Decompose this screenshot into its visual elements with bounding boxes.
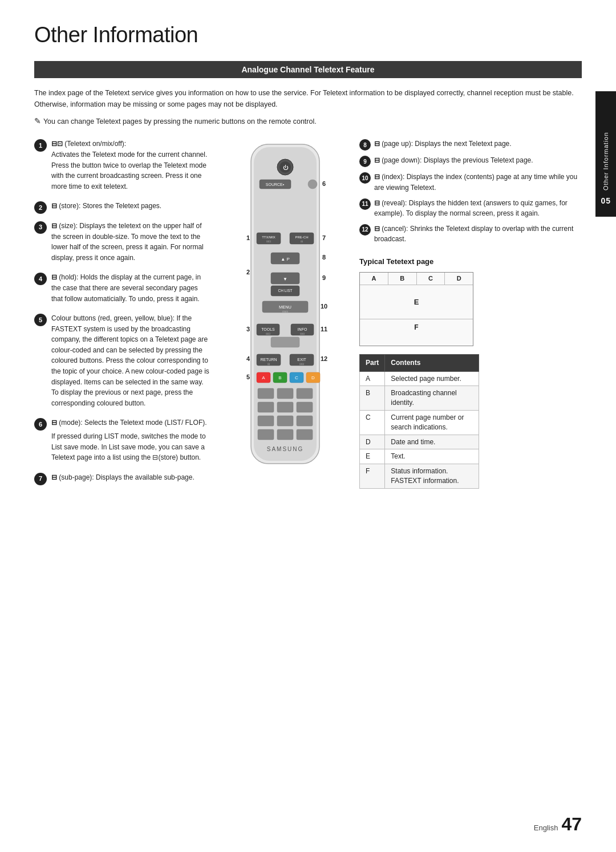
right-item-content-11: ⊟ (reveal): Displays the hidden text (an… xyxy=(374,198,582,219)
teletext-cell-b: B xyxy=(388,273,417,285)
right-item-content-10: ⊟ (index): Displays the index (contents)… xyxy=(374,172,582,193)
right-item-content-8: ⊟ (page up): Displays the next Teletext … xyxy=(374,139,512,149)
svg-text:⊟⊟: ⊟⊟ xyxy=(299,362,304,366)
remote-control-svg: ⏻ SOURCE▪ TTX/MIX ⊟⊡ PRE-CH ⊟ xyxy=(228,139,342,469)
svg-text:⊟⊟: ⊟⊟ xyxy=(300,332,305,335)
svg-text:⊟⊡: ⊟⊡ xyxy=(266,332,270,335)
item-content-3: ⊟ (size): Displays the teletext on the u… xyxy=(51,221,211,266)
teletext-cell-d: D xyxy=(445,273,473,285)
table-row: A Selected page number. xyxy=(360,371,479,386)
svg-rect-54 xyxy=(277,429,293,440)
list-item: 7 ⊟ (sub-page): Displays the available s… xyxy=(34,472,211,486)
side-tab: 05 Other Information xyxy=(595,91,616,217)
right-item-content-12: ⊟ (cancel): Shrinks the Teletext display… xyxy=(374,224,582,245)
svg-rect-52 xyxy=(297,416,313,426)
table-row: C Current page number or search indicati… xyxy=(360,411,479,435)
item-content-2: ⊟ (store): Stores the Teletext pages. xyxy=(51,201,211,214)
table-cell-part-c: C xyxy=(360,411,385,435)
svg-text:2: 2 xyxy=(246,269,250,275)
item-content-1: ⊟⊡ (Teletext on/mix/off): Activates the … xyxy=(51,139,211,194)
item-number-6: 6 xyxy=(34,418,47,431)
table-cell-part-d: D xyxy=(360,435,385,449)
right-list-item-9: 9 ⊟ (page down): Displays the previous T… xyxy=(359,155,582,167)
table-cell-contents-f: Status information. FASTEXT information. xyxy=(385,464,479,489)
list-item: 2 ⊟ (store): Stores the Teletext pages. xyxy=(34,201,211,214)
right-column: 8 ⊟ (page up): Displays the next Teletex… xyxy=(359,139,582,492)
item-content-7: ⊟ (sub-page): Displays the available sub… xyxy=(51,472,211,486)
main-content: 1 ⊟⊡ (Teletext on/mix/off): Activates th… xyxy=(34,139,582,492)
svg-text:CH LIST: CH LIST xyxy=(278,289,293,293)
right-list-item-11: 11 ⊟ (reveal): Displays the hidden text … xyxy=(359,198,582,219)
svg-text:⏻: ⏻ xyxy=(283,165,289,171)
teletext-cell-a: A xyxy=(360,273,388,285)
svg-text:7: 7 xyxy=(322,234,326,241)
footer: English 47 xyxy=(534,814,582,835)
svg-text:5: 5 xyxy=(246,374,250,380)
teletext-cell-c: C xyxy=(417,273,445,285)
svg-text:⊟: ⊟ xyxy=(268,362,270,366)
svg-text:11: 11 xyxy=(321,326,327,332)
item-number-5: 5 xyxy=(34,314,47,326)
svg-text:PRE-CH: PRE-CH xyxy=(295,236,308,239)
list-item: 4 ⊟ (hold): Holds the display at the cur… xyxy=(34,272,211,307)
table-cell-contents-b: Broadcasting channel identity. xyxy=(385,386,479,411)
svg-point-7 xyxy=(308,180,317,189)
table-row: E Text. xyxy=(360,449,479,464)
svg-rect-45 xyxy=(277,388,293,399)
teletext-diagram: A B C D E F xyxy=(359,272,473,346)
parts-table: Part Contents A Selected page number. B … xyxy=(359,354,479,489)
svg-text:SOURCE▪: SOURCE▪ xyxy=(266,182,285,186)
right-list-item-12: 12 ⊟ (cancel): Shrinks the Teletext disp… xyxy=(359,224,582,245)
right-item-number-10: 10 xyxy=(359,172,371,184)
svg-text:6: 6 xyxy=(322,180,326,187)
svg-text:3: 3 xyxy=(246,326,250,332)
svg-text:8: 8 xyxy=(322,254,326,261)
svg-text:D: D xyxy=(311,375,315,380)
table-cell-contents-d: Date and time. xyxy=(385,435,479,449)
svg-rect-48 xyxy=(277,402,293,412)
svg-text:RETURN: RETURN xyxy=(260,358,277,362)
table-row: F Status information. FASTEXT informatio… xyxy=(360,464,479,489)
svg-text:EXIT: EXIT xyxy=(297,358,306,362)
right-list-item-10: 10 ⊟ (index): Displays the index (conten… xyxy=(359,172,582,193)
right-item-number-8: 8 xyxy=(359,139,371,151)
svg-text:12: 12 xyxy=(321,355,327,362)
parts-table-header-contents: Contents xyxy=(385,355,479,372)
item-number-3: 3 xyxy=(34,221,47,234)
svg-rect-47 xyxy=(258,402,274,412)
table-cell-part-b: B xyxy=(360,386,385,411)
note-text: You can change Teletext pages by pressin… xyxy=(34,115,582,127)
svg-text:⊟⊡: ⊟⊡ xyxy=(266,240,271,243)
svg-text:B: B xyxy=(278,375,281,380)
svg-text:C: C xyxy=(295,375,298,380)
table-cell-contents-e: Text. xyxy=(385,449,479,464)
item-number-1: 1 xyxy=(34,139,47,152)
list-item: 1 ⊟⊡ (Teletext on/mix/off): Activates th… xyxy=(34,139,211,194)
svg-text:A: A xyxy=(262,375,265,380)
teletext-diagram-title: Typical Tetetext page xyxy=(359,256,582,267)
left-column: 1 ⊟⊡ (Teletext on/mix/off): Activates th… xyxy=(34,139,211,492)
svg-rect-49 xyxy=(297,402,313,412)
right-item-content-9: ⊟ (page down): Displays the previous Tel… xyxy=(374,155,533,166)
right-item-number-12: 12 xyxy=(359,224,371,236)
remote-wrapper: ⏻ SOURCE▪ TTX/MIX ⊟⊡ PRE-CH ⊟ xyxy=(228,139,342,492)
list-item: 5 Colour buttons (red, green, yellow, bl… xyxy=(34,313,211,411)
side-tab-number: 05 xyxy=(601,196,611,205)
page-container: 05 Other Information Other Information A… xyxy=(0,0,616,852)
svg-text:▲ P: ▲ P xyxy=(281,257,289,262)
table-cell-part-e: E xyxy=(360,449,385,464)
teletext-header-row: A B C D xyxy=(360,273,473,285)
svg-rect-44 xyxy=(258,388,274,399)
svg-rect-46 xyxy=(297,388,313,399)
right-item-number-9: 9 xyxy=(359,156,371,167)
teletext-section: Typical Tetetext page A B C D E F xyxy=(359,256,582,489)
svg-text:4: 4 xyxy=(246,355,250,362)
svg-text:9: 9 xyxy=(322,274,326,281)
table-cell-part-f: F xyxy=(360,464,385,489)
page-title: Other Information xyxy=(34,23,582,47)
section-header: Analogue Channel Teletext Feature xyxy=(34,61,582,78)
right-item-number-11: 11 xyxy=(359,198,371,210)
item-number-7: 7 xyxy=(34,473,47,485)
svg-rect-51 xyxy=(277,416,293,426)
svg-text:1: 1 xyxy=(246,234,250,241)
